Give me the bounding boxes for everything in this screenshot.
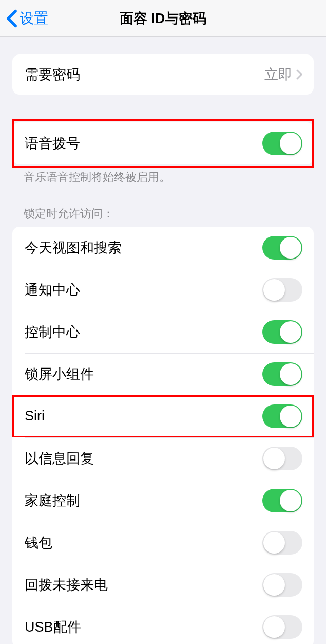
chevron-right-icon bbox=[296, 69, 302, 80]
lock-access-row: USB配件 bbox=[12, 606, 314, 644]
lock-access-row: 控制中心 bbox=[12, 311, 314, 353]
lock-access-row: 锁屏小组件 bbox=[12, 353, 314, 395]
lock-access-row: 以信息回复 bbox=[12, 437, 314, 480]
chevron-left-icon bbox=[6, 9, 17, 28]
voice-dial-group: 语音拨号 bbox=[12, 122, 314, 164]
lock-access-toggle[interactable] bbox=[262, 362, 302, 386]
lock-access-item-label: 回拨未接来电 bbox=[25, 576, 108, 594]
lock-access-toggle[interactable] bbox=[262, 531, 302, 555]
lock-access-item-label: 钱包 bbox=[25, 533, 52, 552]
lock-access-row: 回拨未接来电 bbox=[12, 564, 314, 606]
lock-access-row: 家庭控制 bbox=[12, 480, 314, 522]
lock-access-header: 锁定时允许访问： bbox=[0, 206, 326, 227]
require-passcode-value: 立即 bbox=[264, 65, 292, 84]
toggle-knob bbox=[263, 616, 285, 638]
back-label: 设置 bbox=[20, 9, 48, 28]
page-title: 面容 ID与密码 bbox=[120, 9, 207, 28]
lock-access-item-label: 控制中心 bbox=[25, 323, 80, 341]
lock-access-group: 今天视图和搜索通知中心控制中心锁屏小组件Siri以信息回复家庭控制钱包回拨未接来… bbox=[12, 227, 314, 644]
lock-access-row: 通知中心 bbox=[12, 269, 314, 311]
require-passcode-group: 需要密码 立即 bbox=[12, 54, 314, 95]
toggle-knob bbox=[280, 237, 301, 259]
require-passcode-row[interactable]: 需要密码 立即 bbox=[12, 54, 314, 95]
toggle-knob bbox=[280, 321, 301, 343]
voice-dial-label: 语音拨号 bbox=[25, 134, 80, 153]
lock-access-item-label: 锁屏小组件 bbox=[25, 365, 94, 383]
toggle-knob bbox=[280, 490, 301, 511]
lock-access-item-label: 家庭控制 bbox=[25, 491, 80, 510]
lock-access-toggle[interactable] bbox=[262, 404, 302, 428]
lock-access-item-label: USB配件 bbox=[25, 618, 81, 636]
lock-access-item-label: 以信息回复 bbox=[25, 449, 94, 468]
require-passcode-label: 需要密码 bbox=[25, 65, 80, 84]
lock-access-toggle[interactable] bbox=[262, 447, 302, 470]
toggle-knob bbox=[263, 448, 285, 469]
lock-access-row: Siri bbox=[12, 395, 314, 437]
toggle-knob bbox=[280, 363, 301, 385]
lock-access-toggle[interactable] bbox=[262, 320, 302, 344]
lock-access-row: 今天视图和搜索 bbox=[12, 227, 314, 269]
voice-dial-toggle[interactable] bbox=[262, 132, 302, 155]
lock-access-item-label: Siri bbox=[25, 408, 45, 424]
lock-access-item-label: 今天视图和搜索 bbox=[25, 238, 122, 257]
lock-access-toggle[interactable] bbox=[262, 615, 302, 639]
lock-access-toggle[interactable] bbox=[262, 236, 302, 260]
lock-access-toggle[interactable] bbox=[262, 278, 302, 302]
voice-dial-footer: 音乐语音控制将始终被启用。 bbox=[0, 164, 326, 186]
require-passcode-value-wrap: 立即 bbox=[264, 65, 302, 84]
back-button[interactable]: 设置 bbox=[6, 9, 48, 28]
lock-access-toggle[interactable] bbox=[262, 573, 302, 597]
toggle-knob bbox=[280, 133, 301, 154]
toggle-knob bbox=[280, 406, 301, 427]
voice-dial-row: 语音拨号 bbox=[12, 122, 314, 164]
toggle-knob bbox=[263, 574, 285, 596]
navigation-header: 设置 面容 ID与密码 bbox=[0, 0, 326, 37]
lock-access-row: 钱包 bbox=[12, 522, 314, 564]
toggle-knob bbox=[263, 532, 285, 554]
lock-access-item-label: 通知中心 bbox=[25, 281, 80, 299]
toggle-knob bbox=[263, 279, 285, 301]
lock-access-toggle[interactable] bbox=[262, 489, 302, 512]
